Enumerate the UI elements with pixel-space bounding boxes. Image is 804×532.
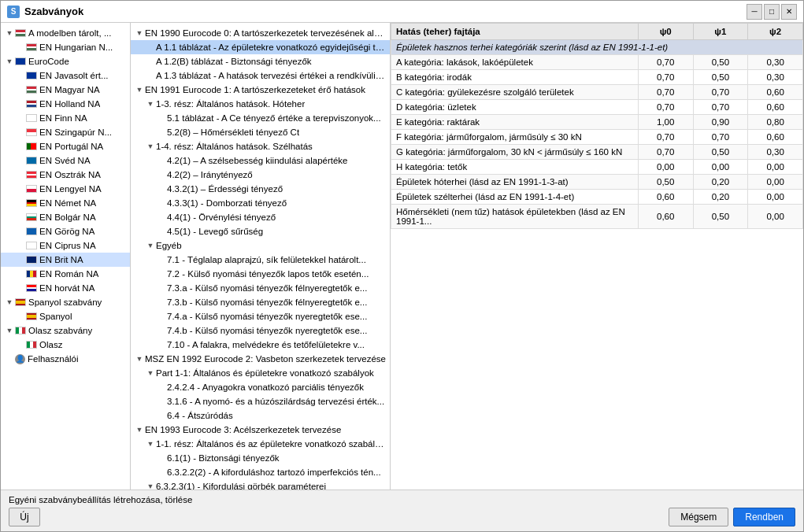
table-row[interactable]: A kategória: lakások, lakóépületek0,700,… xyxy=(391,55,803,70)
row-psi1: 0,20 xyxy=(693,190,748,205)
middle-tree-item[interactable]: 4.3.2(1) – Érdességi tényező xyxy=(131,182,390,196)
left-tree-item[interactable]: EN Lengyel NA xyxy=(1,182,130,196)
cancel-button[interactable]: Mégsem xyxy=(669,508,728,526)
left-tree-item[interactable]: EN Bolgár NA xyxy=(1,210,130,224)
left-tree-item[interactable]: EN Ciprus NA xyxy=(1,238,130,253)
left-tree-item[interactable]: EN Finn NA xyxy=(1,111,130,125)
row-psi2: 0,00 xyxy=(748,160,803,175)
left-tree-item[interactable]: Spanyol xyxy=(1,309,130,323)
middle-tree-item[interactable]: A 1.2(B) táblázat - Biztonsági tényezők xyxy=(131,54,390,68)
tree-toggle-icon xyxy=(156,467,167,478)
ok-button[interactable]: Rendben xyxy=(733,508,795,526)
col-header-psi2: ψ2 xyxy=(748,24,803,40)
bottom-buttons: Új Mégsem Rendben xyxy=(9,508,795,526)
left-tree-item[interactable]: EN Szingapúr N... xyxy=(1,125,130,139)
left-tree-item[interactable]: EN Hungarian N... xyxy=(1,40,130,54)
middle-tree-item[interactable]: A 1.3 táblázat - A hatások tervezési ért… xyxy=(131,68,390,83)
middle-tree-item[interactable]: ▼1-3. rész: Általános hatások. Hóteher xyxy=(131,97,390,111)
middle-tree-item[interactable]: 4.5(1) - Levegő sűrűség xyxy=(131,224,390,238)
tree-toggle-icon: ▼ xyxy=(145,368,156,379)
tree-toggle-icon xyxy=(15,70,26,81)
left-tree-item[interactable]: Olasz xyxy=(1,338,130,352)
middle-tree-item[interactable]: ▼EN 1991 Eurocode 1: A tartószerkezeteke… xyxy=(131,83,390,97)
middle-tree-item[interactable]: 5.2(8) – Hőmérsékleti tényező Ct xyxy=(131,125,390,139)
middle-tree-item[interactable]: ▼Part 1-1: Általános és épületekre vonat… xyxy=(131,366,390,380)
left-tree-item[interactable]: EN Görög NA xyxy=(1,224,130,238)
middle-tree-item[interactable]: ▼1-1. rész: Általános és az épületekre v… xyxy=(131,437,390,451)
middle-tree-item[interactable]: 7.1 - Téglalap alaprajzú, sík felületekk… xyxy=(131,253,390,267)
middle-tree-item[interactable]: 4.2(1) – A szélsebesség kiindulási alapé… xyxy=(131,153,390,168)
middle-tree-item[interactable]: ▼MSZ EN 1992 Eurocode 2: Vasbeton szerke… xyxy=(131,352,390,366)
table-row[interactable]: Épületek szélterhei (lásd az EN 1991-1-4… xyxy=(391,190,803,205)
left-tree-item[interactable]: EN Osztrák NA xyxy=(1,168,130,182)
middle-tree-item[interactable]: A 1.1 táblázat - Az épületekre vonatkozó… xyxy=(131,40,390,54)
table-row[interactable]: Épületek hóterhei (lásd az EN 1991-1-3-a… xyxy=(391,175,803,190)
main-window: S Szabványok ─ □ ✕ ▼A modelben tárolt, .… xyxy=(0,0,804,532)
left-tree-item[interactable]: EN Svéd NA xyxy=(1,153,130,168)
table-row[interactable]: Épületek hasznos terhei kategóriák szeri… xyxy=(391,40,803,55)
tree-toggle-icon: ▼ xyxy=(134,84,145,95)
table-row[interactable]: H kategória: tetők0,000,000,00 xyxy=(391,160,803,175)
left-tree-item[interactable]: EN Portugál NA xyxy=(1,139,130,153)
middle-tree-item[interactable]: 6.1(1) - Biztonsági tényezők xyxy=(131,451,390,465)
middle-tree-item[interactable]: 4.3.3(1) - Domborzati tényező xyxy=(131,196,390,210)
middle-tree-item[interactable]: 6.3.2.2(2) - A kiforduláshoz tartozó imp… xyxy=(131,465,390,479)
middle-tree-item[interactable]: 7.4.a - Külső nyomási tényezők nyeregtet… xyxy=(131,309,390,323)
middle-tree-item[interactable]: ▼Egyéb xyxy=(131,238,390,253)
tree-toggle-icon xyxy=(15,169,26,180)
middle-tree-item[interactable]: 7.2 - Külső nyomási tényezők lapos tetők… xyxy=(131,267,390,281)
tree-toggle-icon xyxy=(15,226,26,237)
middle-tree-item[interactable]: ▼1-4. rész: Általános hatások. Szélhatás xyxy=(131,139,390,153)
tree-toggle-icon xyxy=(15,311,26,322)
left-tree-item[interactable]: ▼EuroCode xyxy=(1,54,130,68)
tree-toggle-icon xyxy=(156,311,167,322)
tree-item-label: 4.3.2(1) – Érdességi tényező xyxy=(167,183,283,195)
table-row[interactable]: C kategória: gyülekezésre szolgáló terül… xyxy=(391,85,803,100)
middle-tree-item[interactable]: 4.2(2) – Iránytényező xyxy=(131,168,390,182)
left-tree-item[interactable]: 👤Felhasználói xyxy=(1,352,130,366)
middle-tree-item[interactable]: ▼EN 1990 Eurocode 0: A tartószerkezetek … xyxy=(131,26,390,40)
middle-tree-item[interactable]: 7.10 - A falakra, melvédekre és tetőfelü… xyxy=(131,338,390,352)
left-tree-item[interactable]: ▼A modelben tárolt, ... xyxy=(1,26,130,40)
minimize-button[interactable]: ─ xyxy=(747,4,762,20)
middle-tree-item[interactable]: 5.1 táblázat - A Ce tényező értéke a ter… xyxy=(131,111,390,125)
tree-flag-icon xyxy=(15,298,26,306)
middle-tree-item[interactable]: 4.4(1) - Örvénylési tényező xyxy=(131,210,390,224)
left-tree-item[interactable]: ▼Spanyol szabvány xyxy=(1,295,130,309)
table-row[interactable]: G kategória: járműforgalom, 30 kN < járm… xyxy=(391,145,803,160)
title-bar: S Szabványok ─ □ ✕ xyxy=(1,1,803,23)
tree-toggle-icon xyxy=(156,339,167,350)
left-tree-item[interactable]: EN Román NA xyxy=(1,267,130,281)
middle-tree-item[interactable]: 7.4.b - Külső nyomási tényezők nyeregtet… xyxy=(131,323,390,338)
table-row[interactable]: E kategória: raktárak1,000,900,80 xyxy=(391,115,803,130)
tree-item-label: 6.4 - Átszúródás xyxy=(167,409,233,422)
middle-tree-item[interactable]: 7.3.b - Külső nyomási tényezők félnyereg… xyxy=(131,295,390,309)
close-button[interactable]: ✕ xyxy=(781,4,797,20)
table-row[interactable]: F kategória: járműforgalom, járműsúly ≤ … xyxy=(391,130,803,145)
new-button[interactable]: Új xyxy=(9,508,40,526)
middle-tree-item[interactable]: ▼EN 1993 Eurocode 3: Acélszerkezetek ter… xyxy=(131,423,390,437)
left-tree-item[interactable]: EN Javasolt ért... xyxy=(1,68,130,83)
bottom-label: Egyéni szabványbeállítás létrehozása, tö… xyxy=(9,495,795,504)
left-tree-item[interactable]: ▼Olasz szabvány xyxy=(1,323,130,338)
tree-flag-icon xyxy=(26,100,37,108)
tree-flag-icon xyxy=(26,171,37,179)
tree-item-label: 5.2(8) – Hőmérsékleti tényező Ct xyxy=(167,126,299,139)
left-tree-item[interactable]: EN Holland NA xyxy=(1,97,130,111)
tree-item-label: 4.2(1) – A szélsebesség kiindulási alapé… xyxy=(167,154,348,167)
middle-tree-item[interactable]: ▼6.3.2.3(1) - Kifordulási görbék paramét… xyxy=(131,479,390,490)
table-row[interactable]: D kategória: üzletek0,700,700,60 xyxy=(391,100,803,115)
middle-tree-item[interactable]: 7.3.a - Külső nyomási tényezők félnyereg… xyxy=(131,281,390,295)
middle-tree-item[interactable]: 6.4 - Átszúródás xyxy=(131,408,390,423)
left-tree-item[interactable]: EN Brit NA xyxy=(1,253,130,267)
left-tree-item[interactable]: EN horvát NA xyxy=(1,281,130,295)
middle-tree-item[interactable]: 2.4.2.4 - Anyagokra vonatkozó parciális … xyxy=(131,380,390,394)
middle-tree-item[interactable]: 3.1.6 - A nyomó- és a húzószilárdság ter… xyxy=(131,394,390,408)
left-tree-item[interactable]: EN Magyar NA xyxy=(1,83,130,97)
table-row[interactable]: B kategória: irodák0,700,500,30 xyxy=(391,70,803,85)
tree-toggle-icon xyxy=(156,297,167,308)
maximize-button[interactable]: □ xyxy=(764,4,780,20)
left-tree-item[interactable]: EN Német NA xyxy=(1,196,130,210)
tree-item-label: EN Portugál NA xyxy=(39,140,103,153)
table-row[interactable]: Hőmérsékleti (nem tűz) hatások épületekb… xyxy=(391,205,803,229)
